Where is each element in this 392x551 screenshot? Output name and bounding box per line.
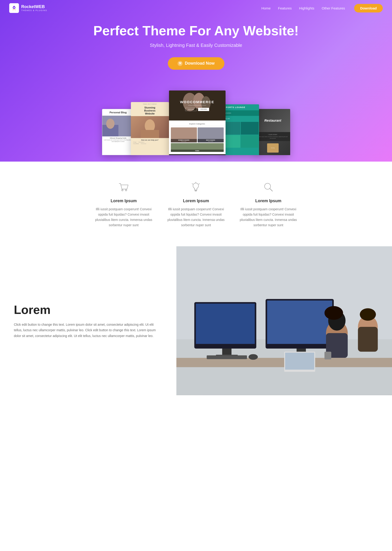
personal-blog-content: Ultimate Shopping Guide Lorem ipsum text… <box>102 136 134 143</box>
nav-home[interactable]: Home <box>261 6 271 10</box>
navbar: RocketWEB THEMES & PLUGINS Home Features… <box>0 0 392 16</box>
cart-icon <box>117 181 130 193</box>
svg-rect-25 <box>222 349 231 355</box>
svg-point-18 <box>265 183 271 189</box>
office-photo <box>176 246 392 395</box>
logo[interactable]: RocketWEB THEMES & PLUGINS <box>9 3 47 13</box>
svg-point-12 <box>125 189 127 191</box>
personal-blog-image <box>102 116 134 136</box>
svg-line-17 <box>199 183 199 184</box>
nav-features[interactable]: Features <box>278 6 292 10</box>
lorem-image-column <box>176 246 392 395</box>
svg-rect-43 <box>325 352 331 360</box>
feature-search-title: Lorem Ipsum <box>237 199 300 203</box>
cart-icon-container <box>117 180 131 194</box>
lorem-title: Lorem <box>14 303 162 317</box>
feature-lightbulb: Lorem Ipsum Illli iussit postquam cooper… <box>164 180 227 228</box>
mockup-woocommerce: WOOCOMMERCE Quisque with this premium ui… <box>169 91 225 155</box>
svg-point-11 <box>122 189 123 191</box>
svg-rect-28 <box>267 300 332 344</box>
business-image <box>131 116 169 138</box>
svg-rect-24 <box>196 304 255 344</box>
svg-rect-42 <box>285 353 314 370</box>
mockup-restaurant: Restaurant I OUR STORY Lorem ipsum dolor… <box>256 109 290 155</box>
search-icon-container <box>261 180 275 194</box>
lightbulb-icon <box>189 181 202 193</box>
feature-search-desc: Illli iussit postquam cooperunt! Convexi… <box>237 207 300 228</box>
lorem-section: Lorem Click edit button to change this t… <box>0 246 392 395</box>
feature-lightbulb-title: Lorem Ipsum <box>164 199 227 203</box>
nav-other-features[interactable]: Other Features <box>322 6 345 10</box>
personal-blog-header: Personal Blog <box>102 109 134 116</box>
svg-point-40 <box>249 354 258 360</box>
feature-lightbulb-desc: Illli iussit postquam cooperunt! Convexi… <box>164 207 227 228</box>
svg-rect-39 <box>207 356 247 359</box>
nav-highlights[interactable]: Highlights <box>299 6 315 10</box>
personal-blog-photo <box>102 116 134 136</box>
svg-point-36 <box>360 308 376 321</box>
mockup-personal-blog: Personal Blog Ultimate Shopping Guide Lo… <box>102 109 134 155</box>
rocket-icon <box>11 5 17 11</box>
svg-point-0 <box>14 7 15 8</box>
hero-subheadline: Stylish, Lightning Fast & Easily Customi… <box>9 43 383 48</box>
nav-download-button[interactable]: Download <box>354 4 383 13</box>
svg-line-19 <box>270 188 273 191</box>
mockup-container: Personal Blog Ultimate Shopping Guide Lo… <box>92 91 300 155</box>
mockup-business: THEME> BEST COMPANY StunningBusinessWebs… <box>131 102 169 155</box>
svg-rect-37 <box>358 327 378 352</box>
hero-headline: Perfect Theme For Any Website! <box>9 23 383 39</box>
svg-point-33 <box>325 306 343 320</box>
features-section: Lorem Ipsum Illli iussit postquam cooper… <box>0 162 392 246</box>
nav-links: Home Features Highlights Other Features … <box>261 4 383 13</box>
wordpress-icon: ⚒ <box>177 61 183 66</box>
feature-cart-desc: Illli iussit postquam cooperunt! Convexi… <box>92 207 155 228</box>
feature-search: Lorem Ipsum Illli iussit postquam cooper… <box>237 180 300 228</box>
svg-line-16 <box>192 183 193 184</box>
lightbulb-icon-container <box>189 180 203 194</box>
mockup-sports: SPORTS LOUNGE FEW WORDS ESTD 1985 <box>222 104 259 155</box>
mockups-area: Personal Blog Ultimate Shopping Guide Lo… <box>9 84 383 155</box>
feature-cart-title: Lorem Ipsum <box>92 199 155 203</box>
lorem-body: Click edit button to change this text. L… <box>14 322 162 339</box>
svg-rect-5 <box>140 130 159 138</box>
hero-section: Perfect Theme For Any Website! Stylish, … <box>0 0 392 162</box>
logo-icon <box>9 3 19 13</box>
logo-text: RocketWEB THEMES & PLUGINS <box>21 5 47 12</box>
feature-cart: Lorem Ipsum Illli iussit postquam cooper… <box>92 180 155 228</box>
hero-download-button[interactable]: ⚒ Download Now <box>168 57 224 70</box>
svg-point-3 <box>106 119 114 129</box>
search-icon <box>262 181 275 193</box>
lorem-text-column: Lorem Click edit button to change this t… <box>0 246 176 395</box>
features-grid: Lorem Ipsum Illli iussit postquam cooper… <box>92 180 300 228</box>
